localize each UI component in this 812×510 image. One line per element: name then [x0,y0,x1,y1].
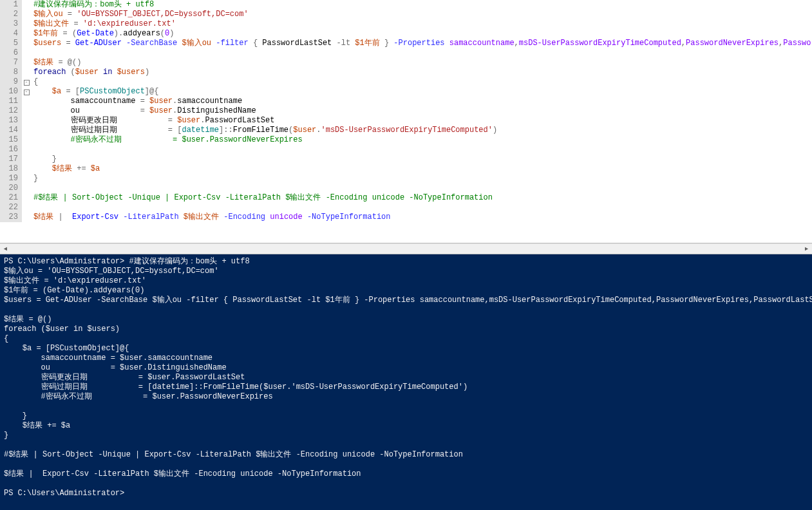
code-token: $user [149,97,173,106]
code-token: } [380,39,394,48]
line-number: 8 [0,68,18,77]
code-token: , [515,39,519,48]
code-token: { [249,39,263,48]
line-number: 1 [0,0,18,10]
code-line[interactable]: 密码过期日期 = [datetime]::FromFileTime($user.… [33,126,812,135]
code-token: = [168,116,177,125]
code-line[interactable]: $a = [PSCustomObject]@{ [33,87,812,97]
code-line[interactable]: samaccountname = $user.samaccountname [33,97,812,106]
code-token: = [140,106,149,115]
code-token: -LiteralPath [118,212,184,222]
terminal-line: foreach ($user in $users) [4,325,808,334]
code-token: ]:: [219,126,233,135]
line-number: 23 [0,212,18,222]
code-token: = [ [168,126,182,135]
fold-toggle-icon[interactable]: - [24,80,30,86]
code-line[interactable]: $结果 += $a [33,164,812,174]
line-number: 15 [0,135,18,145]
code-token: PasswordLastSet [205,116,274,125]
code-line[interactable]: $结果 | Export-Csv -LiteralPath $输出文件 -Enc… [33,212,812,222]
code-token: FromFileTime [233,126,288,135]
code-line[interactable]: 密码更改日期 = $user.PasswordLastSet [33,116,812,126]
code-line[interactable]: #$结果 | Sort-Object -Unique | Export-Csv … [33,193,812,203]
fold-marker [22,0,31,10]
fold-marker [22,164,31,174]
code-line[interactable] [33,48,812,58]
code-line[interactable]: { [33,77,812,87]
code-token: ) [145,68,149,77]
code-token: . [316,126,321,135]
code-line[interactable] [33,145,812,155]
code-token: 'OU=BYSSOFT_OBJECT,DC=byssoft,DC=com' [77,10,248,19]
code-line[interactable]: $输入ou = 'OU=BYSSOFT_OBJECT,DC=byssoft,DC… [33,10,812,19]
code-token: 'msDS-UserPasswordExpiryTimeComputed' [321,126,493,135]
fold-marker [22,174,31,184]
terminal-line: } [4,431,808,440]
code-line[interactable] [33,203,812,212]
line-number: 19 [0,174,18,184]
code-token: = @() [53,58,81,67]
code-token: $输出文件 [33,19,69,28]
line-number-gutter: 1234567891011121314151617181920212223 [0,0,22,222]
code-line[interactable] [33,184,812,193]
line-number: 22 [0,203,18,212]
code-token: ). [114,29,123,38]
code-token: foreach [33,68,66,77]
code-line[interactable]: $1年前 = (Get-Date).addyears(0) [33,29,812,39]
fold-marker[interactable]: - [22,77,31,87]
code-token: -Encoding [219,212,270,222]
terminal-line: $users = Get-ADUser -SearchBase $输入ou -f… [4,296,808,305]
terminal-line: $结果 = @() [4,315,808,325]
code-line[interactable]: foreach ($user in $users) [33,68,812,77]
code-token: | [53,212,72,222]
fold-toggle-icon[interactable]: - [24,90,30,95]
code-token: , [681,39,686,48]
code-line[interactable]: #密码永不过期 = $user.PasswordNeverExpires [33,135,812,145]
code-line[interactable]: $输出文件 = 'd:\expireduser.txt' [33,19,812,29]
code-area[interactable]: #建议保存编码为：bom头 + utf8$输入ou = 'OU=BYSSOFT_… [31,0,812,222]
code-line[interactable]: } [33,155,812,164]
terminal-line: PS C:\Users\Administrator> #建议保存编码为：bom头… [4,257,808,267]
terminal-line [4,402,808,411]
code-line[interactable]: } [33,174,812,184]
code-token: $结果 [52,164,72,173]
horizontal-scrollbar[interactable]: ◄ ► [0,243,812,254]
code-editor-pane[interactable]: 1234567891011121314151617181920212223 --… [0,0,812,243]
code-token: #建议保存编码为：bom头 + utf8 [33,0,154,9]
fold-marker [22,145,31,155]
code-token: datetime [182,126,219,135]
terminal-pane[interactable]: PS C:\Users\Administrator> #建议保存编码为：bom头… [0,254,812,510]
code-token: Get-Date [77,29,114,38]
fold-marker [22,126,31,135]
code-line[interactable]: #建议保存编码为：bom头 + utf8 [33,0,812,10]
code-token: $users [33,39,61,48]
fold-marker [22,19,31,29]
fold-column[interactable]: -- [22,0,31,222]
terminal-line: samaccountname = $user.samaccountname [4,354,808,363]
terminal-line [4,440,808,450]
code-token: addyears [123,29,160,38]
code-token: #$结果 | Sort-Object -Unique | Export-Csv … [33,193,493,202]
code-token: $users [117,68,145,77]
code-token: $1年前 [33,29,58,38]
code-token: samaccountname [33,97,140,106]
code-token: ) [493,126,497,135]
line-number: 10 [0,87,18,97]
code-token: #密码永不过期 = $user.PasswordNeverExpires [33,135,303,144]
fold-marker[interactable]: - [22,87,31,97]
scroll-right-icon[interactable]: ► [801,244,812,254]
code-token [33,87,52,96]
fold-marker [22,135,31,145]
terminal-line: 密码过期日期 = [datetime]::FromFileTime($user.… [4,382,808,392]
code-token: -filter [211,39,249,48]
code-token: $输入ou [33,10,63,19]
terminal-line: } [4,411,808,421]
code-token: = [63,10,77,19]
fold-marker [22,212,31,222]
scroll-left-icon[interactable]: ◄ [0,244,11,254]
code-line[interactable]: $users = Get-ADUser -SearchBase $输入ou -f… [33,39,812,48]
code-line[interactable]: ou = $user.DistinguishedName [33,106,812,116]
code-token: samaccountname [449,39,515,48]
code-line[interactable]: $结果 = @() [33,58,812,68]
terminal-line [4,479,808,489]
